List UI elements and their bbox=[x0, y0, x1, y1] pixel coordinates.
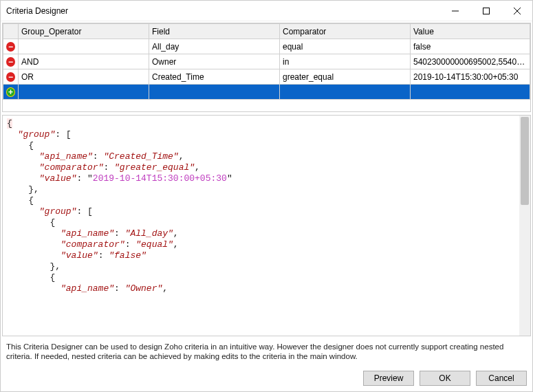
maximize-button[interactable] bbox=[470, 1, 501, 21]
grid-header-row: Group_Operator Field Comparator Value bbox=[3, 24, 530, 39]
plus-icon: + bbox=[6, 87, 15, 97]
cancel-button[interactable]: Cancel bbox=[476, 371, 527, 386]
cell-value[interactable]: 2019-10-14T15:30:00+05:30 bbox=[411, 69, 530, 85]
minimize-button[interactable] bbox=[439, 1, 470, 21]
grid-header-comparator[interactable]: Comparator bbox=[280, 24, 411, 39]
close-icon bbox=[514, 8, 521, 14]
grid-header-icon bbox=[3, 24, 19, 39]
cell-group-operator[interactable]: AND bbox=[19, 54, 149, 69]
cell-group-operator[interactable] bbox=[19, 85, 149, 100]
cell-field[interactable]: Owner bbox=[149, 54, 280, 69]
cell-value[interactable]: false bbox=[411, 39, 530, 54]
minus-icon: − bbox=[6, 42, 15, 52]
cell-comparator[interactable]: in bbox=[280, 54, 411, 69]
cell-field[interactable] bbox=[149, 85, 280, 100]
cell-value[interactable] bbox=[411, 85, 530, 100]
cell-field[interactable]: Created_Time bbox=[149, 69, 280, 85]
minus-icon: − bbox=[6, 72, 15, 82]
grid-header-group-operator[interactable]: Group_Operator bbox=[19, 24, 149, 39]
delete-row-button[interactable]: − bbox=[3, 69, 19, 85]
add-row-button[interactable]: + bbox=[3, 85, 19, 100]
minimize-icon bbox=[452, 8, 459, 14]
cell-comparator[interactable] bbox=[280, 85, 411, 100]
delete-row-button[interactable]: − bbox=[3, 39, 19, 54]
table-row[interactable]: − AND Owner in 540230000000695002,554023… bbox=[3, 54, 530, 69]
info-note: This Criteria Designer can be used to de… bbox=[2, 339, 531, 364]
cell-field[interactable]: All_day bbox=[149, 39, 280, 54]
button-bar: Preview OK Cancel bbox=[1, 365, 532, 391]
json-preview[interactable]: { "group": [ { "api_name": "Created_Time… bbox=[2, 115, 531, 336]
cell-value[interactable]: 540230000000695002,5540230000... bbox=[411, 54, 530, 69]
cell-group-operator[interactable] bbox=[19, 39, 149, 54]
window-controls bbox=[439, 1, 532, 21]
vertical-scrollbar[interactable] bbox=[519, 116, 530, 336]
titlebar: Criteria Designer bbox=[1, 1, 532, 21]
table-row[interactable]: − All_day equal false bbox=[3, 39, 530, 54]
delete-row-button[interactable]: − bbox=[3, 54, 19, 69]
criteria-grid[interactable]: Group_Operator Field Comparator Value − … bbox=[2, 23, 531, 112]
ok-button[interactable]: OK bbox=[420, 371, 470, 386]
grid-header-value[interactable]: Value bbox=[411, 24, 530, 39]
preview-button[interactable]: Preview bbox=[363, 371, 414, 386]
close-button[interactable] bbox=[501, 1, 532, 21]
minus-icon: − bbox=[6, 57, 15, 67]
add-row[interactable]: + bbox=[3, 85, 530, 100]
json-content: { "group": [ { "api_name": "Created_Time… bbox=[3, 116, 530, 336]
cell-comparator[interactable]: equal bbox=[280, 39, 411, 54]
table-row[interactable]: − OR Created_Time greater_equal 2019-10-… bbox=[3, 69, 530, 85]
scrollbar-thumb[interactable] bbox=[521, 117, 529, 205]
svg-rect-1 bbox=[483, 8, 489, 14]
cell-comparator[interactable]: greater_equal bbox=[280, 69, 411, 85]
maximize-icon bbox=[483, 8, 490, 14]
window-title: Criteria Designer bbox=[6, 6, 439, 16]
cell-group-operator[interactable]: OR bbox=[19, 69, 149, 85]
grid-header-field[interactable]: Field bbox=[149, 24, 280, 39]
